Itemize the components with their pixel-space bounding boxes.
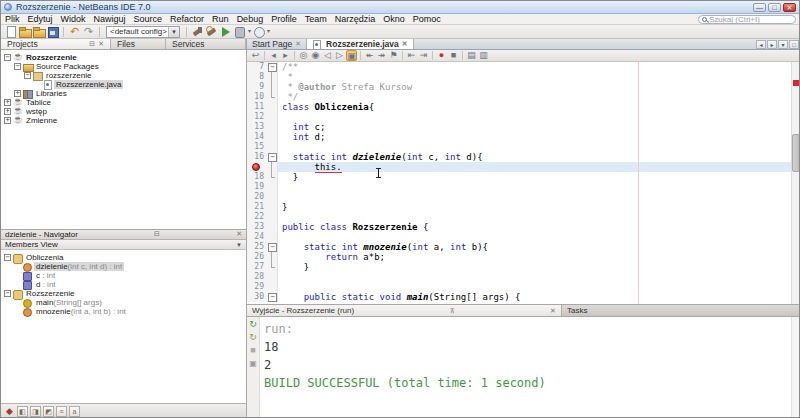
stop-macro-icon[interactable]: ■ <box>448 50 459 61</box>
show-fields-filter-button[interactable]: ◧ <box>17 406 28 417</box>
comment-icon[interactable]: ▤ <box>466 50 477 61</box>
tree-item-obliczenia[interactable]: −Obliczenia <box>1 253 246 262</box>
code-line-12[interactable]: 12 <box>247 112 800 122</box>
tab-files[interactable]: Files <box>111 39 166 49</box>
close-window-button[interactable]: ✕ <box>783 3 796 12</box>
show-static-filter-button[interactable]: ◨ <box>30 406 41 417</box>
collapse-icon[interactable]: − <box>14 63 21 70</box>
find-next-icon[interactable]: ▷ <box>334 50 345 61</box>
menu-item-edytuj[interactable]: Edytuj <box>24 14 57 25</box>
code-line-30[interactable]: 30 public static void main(String[] args… <box>247 292 800 302</box>
back-icon[interactable]: ◂ <box>268 50 279 61</box>
menu-item-team[interactable]: Team <box>301 14 331 25</box>
tab-tasks[interactable]: Tasks <box>562 305 800 316</box>
tab-start-page[interactable]: Start Page ✕ <box>247 39 307 49</box>
expand-icon[interactable]: + <box>4 108 11 115</box>
next-bookmark-icon[interactable]: ↠ <box>376 50 387 61</box>
code-line-18[interactable]: 18 } <box>247 172 800 182</box>
error-badge-icon[interactable] <box>252 163 260 171</box>
clear-button[interactable]: ▣ <box>248 358 259 369</box>
tree-item-wst-p[interactable]: +wstęp <box>1 107 246 116</box>
rerun-debug-button[interactable]: ↻ <box>248 332 259 343</box>
run-button[interactable] <box>219 25 232 38</box>
code-editor[interactable]: 7/**8 *9 * @author Strefa Kursow10 */11c… <box>247 62 800 304</box>
open-project-button[interactable] <box>32 25 45 38</box>
rerun-button[interactable]: ↻ <box>248 319 259 330</box>
tab-projects[interactable]: Projects ⊟ ✕ <box>1 39 111 49</box>
code-fold-icon[interactable] <box>267 152 278 162</box>
start-macro-icon[interactable]: ● <box>436 50 447 61</box>
menu-item-debug[interactable]: Debug <box>233 14 268 25</box>
code-line-27[interactable]: 27 } <box>247 262 800 272</box>
menu-item-narz-dzia[interactable]: Narzędzia <box>331 14 380 25</box>
menu-item-pomoc[interactable]: Pomoc <box>409 14 445 25</box>
close-panel-icon[interactable]: ✕ <box>98 40 104 48</box>
code-line-20[interactable]: 20 <box>247 192 800 202</box>
toggle-highlight-icon[interactable]: ▣ <box>346 50 357 61</box>
close-tab-icon[interactable]: ✕ <box>295 39 301 49</box>
shift-left-icon[interactable]: ⇤ <box>406 50 417 61</box>
code-line-9[interactable]: 9 * @author Strefa Kursow <box>247 82 800 92</box>
maximize-window-button[interactable]: □ <box>768 3 781 12</box>
code-fold-icon[interactable] <box>267 62 278 72</box>
code-line-15[interactable]: 15 <box>247 142 800 152</box>
code-line-29[interactable]: 29 <box>247 282 800 292</box>
close-tab-icon[interactable]: ✕ <box>402 39 408 49</box>
expand-icon[interactable]: + <box>4 99 11 106</box>
code-line-28[interactable]: 28 <box>247 272 800 282</box>
profile-button[interactable] <box>252 25 270 38</box>
tree-item-rozszerzenie[interactable]: −Rozszerzenie <box>1 53 246 62</box>
tree-item-rozszerzenie-java[interactable]: Rozszerzenie.java <box>1 80 246 89</box>
menu-item-okno[interactable]: Okno <box>379 14 409 25</box>
menu-item-nawiguj[interactable]: Nawiguj <box>90 14 130 25</box>
code-line-24[interactable]: 24 <box>247 232 800 242</box>
code-fold-icon[interactable] <box>267 292 278 302</box>
scrollbar-thumb[interactable] <box>792 134 800 172</box>
scroll-tabs-left-button[interactable]: ◂ <box>756 40 766 49</box>
code-line-22[interactable]: 22 <box>247 212 800 222</box>
output-console[interactable]: run:182BUILD SUCCESSFUL (total time: 1 s… <box>260 317 791 418</box>
code-line-26[interactable]: 26 return a*b; <box>247 252 800 262</box>
close-panel-icon[interactable]: ✕ <box>236 230 242 239</box>
build-button[interactable] <box>191 25 204 38</box>
find-previous-icon[interactable]: ◁ <box>322 50 333 61</box>
tree-item-libraries[interactable]: +Libraries <box>1 89 246 98</box>
tree-item-rozszerzenie[interactable]: −rozszerzenie <box>1 71 246 80</box>
code-line-17[interactable]: this. <box>247 162 800 172</box>
code-line-19[interactable]: 19 <box>247 182 800 192</box>
uncomment-icon[interactable]: ▥ <box>478 50 489 61</box>
expand-icon[interactable]: + <box>4 117 11 124</box>
maximize-editor-button[interactable]: □ <box>789 40 799 49</box>
code-line-13[interactable]: 13 int c; <box>247 122 800 132</box>
opened-documents-list-button[interactable]: ▾ <box>778 40 788 49</box>
code-line-21[interactable]: 21} <box>247 202 800 212</box>
expand-icon[interactable]: + <box>14 90 21 97</box>
menu-item-plik[interactable]: Plik <box>1 14 24 25</box>
shift-right-icon[interactable]: ⇥ <box>418 50 429 61</box>
collapse-icon[interactable]: − <box>4 290 11 297</box>
search-input[interactable]: Szukaj (Ctrl+I) <box>698 15 796 24</box>
menu-item-source[interactable]: Source <box>130 14 167 25</box>
code-line-11[interactable]: 11class Obliczenia{ <box>247 102 800 112</box>
collapse-icon[interactable]: − <box>4 254 11 261</box>
code-line-16[interactable]: 16 static int dzielenie(int c, int d){ <box>247 152 800 162</box>
code-fold-icon[interactable] <box>267 242 278 252</box>
new-file-button[interactable] <box>4 25 17 38</box>
toggle-bookmark-icon[interactable]: ⚑ <box>388 50 399 61</box>
save-all-button[interactable] <box>46 25 59 38</box>
error-stripe-mark[interactable] <box>793 80 799 86</box>
navigator-view-select[interactable]: Members View ▼ <box>1 240 246 250</box>
collapse-icon[interactable]: − <box>24 72 31 79</box>
minimize-panel-icon[interactable]: ⊟ <box>154 230 160 239</box>
minimize-window-button[interactable]: — <box>753 3 766 12</box>
tab-rozszerzenie-java[interactable]: Rozszerzenie.java ✕ <box>307 39 414 49</box>
new-project-button[interactable] <box>18 25 31 38</box>
menu-item-widok[interactable]: Widok <box>57 14 90 25</box>
config-select[interactable]: <default config> ▼ <box>106 26 180 38</box>
redo-button[interactable] <box>82 25 95 38</box>
code-line-7[interactable]: 7/** <box>247 62 800 72</box>
find-selection-icon[interactable]: ◉ <box>310 50 321 61</box>
tree-item-source-packages[interactable]: −Source Packages <box>1 62 246 71</box>
sort-by-source-filter-button[interactable]: ≡ <box>56 406 67 417</box>
collapse-icon[interactable]: − <box>4 54 11 61</box>
